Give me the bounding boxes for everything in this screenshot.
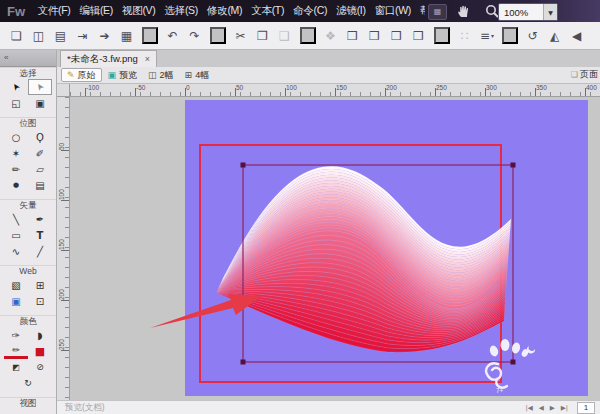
blur-tool[interactable]: ● [4,177,28,193]
prev-page-button[interactable]: ◀ [536,404,547,412]
rotate-button[interactable]: ↺ [522,25,544,46]
pointer-tool[interactable]: ➤ [4,79,28,95]
default-colors-button[interactable]: ◩ [4,359,28,375]
brush-tool[interactable]: ✐ [28,145,52,161]
cut-button[interactable]: ✂ [230,25,252,46]
close-icon[interactable]: × [145,54,150,64]
hand-tool-icon[interactable] [455,3,473,19]
toolbar-icon: ✂ [235,29,245,43]
freeform-tool[interactable]: ∿ [4,243,28,259]
menu-item[interactable]: 修改(M) [202,1,246,21]
crop-tool[interactable]: ▣ [28,95,52,111]
no-color-button[interactable]: ⊘ [28,359,52,375]
view-4up-button[interactable]: ⊞ 4幅 [180,68,215,82]
pencil-tool[interactable]: ✏ [4,161,28,177]
redo-button[interactable]: ↷ [184,25,206,46]
print-button[interactable]: ▦ [116,25,138,46]
document-tab-title: *未命名-3.fw.png [67,53,138,66]
view-original-button[interactable]: ✎ 原始 [61,68,102,82]
tool-icon: ▧ [11,280,20,291]
toolbar-icon: ❏ [11,29,22,43]
show-slices-button[interactable]: ⊡ [28,293,52,309]
bring-to-front-button[interactable]: ❒ [386,25,408,46]
toolbar-separator[interactable] [300,27,316,44]
paint-bucket-tool[interactable]: ◗ [28,327,52,343]
document-tab[interactable]: *未命名-3.fw.png × [60,50,157,67]
import-button[interactable]: ⇥ [72,25,94,46]
ungroup-button[interactable]: ❒ [364,25,386,46]
pen-tool[interactable]: ✒ [28,211,52,227]
flip-vertical-button[interactable]: ◀ [566,25,588,46]
rubber-stamp-tool[interactable]: ▤ [28,177,52,193]
crop-document-button[interactable]: ❖ [320,25,342,46]
toolbar-icon: ▤ [55,29,66,43]
swap-colors-button[interactable]: ↻ [16,375,40,391]
send-to-back-button[interactable]: ❒ [408,25,430,46]
flip-horizontal-button[interactable]: ◭ [544,25,566,46]
paste-button[interactable]: ❑ [274,25,296,46]
eraser-tool[interactable]: ▱ [28,161,52,177]
workspace: 7+ [70,97,600,400]
zoom-level-select[interactable]: 100% ▼ [498,3,558,21]
view-preview-button[interactable]: ▣ 预览 [103,68,143,82]
view-2up-button[interactable]: ◫ 2幅 [143,68,179,82]
copy-button[interactable]: ❐ [252,25,274,46]
ruler-tick [585,88,586,96]
hide-slices-button[interactable]: ▣ [4,293,28,309]
next-page-button[interactable]: ▶ [547,404,558,412]
tools-panel-header[interactable]: « [0,50,56,67]
magic-wand-tool[interactable]: ✶ [4,145,28,161]
rectangle-tool[interactable]: ▭ [4,227,28,243]
wave-mesh-object[interactable] [217,166,511,352]
canvas-artwork[interactable]: 7+ [70,97,600,400]
group-button[interactable]: ❒ [342,25,364,46]
pages-panel-label: 页面 [580,68,598,81]
chevron-down-icon[interactable]: ▼ [543,4,557,20]
menu-item[interactable]: 编辑(E) [75,1,118,21]
ruler-tick [61,350,69,351]
toolbar-separator[interactable] [210,27,226,44]
lasso-tool[interactable]: Ϙ [28,129,52,145]
menu-item[interactable]: 选择(S) [160,1,203,21]
menu-item[interactable]: 视图(V) [117,1,160,21]
knife-tool[interactable]: ╱ [28,243,52,259]
subselection-tool[interactable]: ➤ [28,79,52,95]
menu-item[interactable]: 窗口(W) [370,1,415,21]
export-button[interactable]: ➔ [94,25,116,46]
ruler-label: 150 [58,239,65,250]
slice-tool[interactable]: ⊞ [28,277,52,293]
toolbar-icon: ➔ [99,29,109,43]
stroke-color-well[interactable]: ✏ [4,343,28,359]
save-button[interactable]: ◫ [28,25,50,46]
eyedropper-tool[interactable]: ✑ [4,327,28,343]
line-tool[interactable]: ╲ [4,211,28,227]
first-page-button[interactable]: |◀ [523,404,536,412]
toolbar-separator[interactable] [502,27,518,44]
view-mode-icon: ⊞ [185,70,193,80]
menu-item[interactable]: 帮助(H) [416,1,426,21]
pages-panel-tab[interactable]: ❏ 页面 [571,68,598,81]
tool-section: 位图 ○ Ϙ ✶ ✐ ✏ [0,117,56,193]
toolbar-separator[interactable] [142,27,158,44]
menu-item[interactable]: 滤镜(I) [332,1,370,21]
open-button[interactable]: ▤ [50,25,72,46]
screen-mode-icon[interactable]: ▦ [428,4,447,20]
fill-color-well[interactable]: ■ [28,343,52,359]
align-button[interactable]: ≡ ▾ [476,25,498,46]
hotspot-tool[interactable]: ▧ [4,277,28,293]
last-page-button[interactable]: ▶| [558,404,571,412]
marquee-tool[interactable]: ○ [4,129,28,145]
ruler-tick [285,88,286,96]
ruler-tick [485,88,486,96]
menu-item[interactable]: 文本(T) [247,1,289,21]
text-tool[interactable]: T [28,227,52,243]
scale-tool[interactable]: ◱ [4,95,28,111]
menu-list: 文件(F)编辑(E)视图(V)选择(S)修改(M)文本(T)命令(C)滤镜(I)… [33,1,425,21]
new-button[interactable]: ❏ [6,25,28,46]
distribute-button[interactable]: ∷ [454,25,476,46]
tool-section-label: Web [0,265,56,277]
toolbar-separator[interactable] [434,27,450,44]
menu-item[interactable]: 文件(F) [33,1,75,21]
undo-button[interactable]: ↶ [162,25,184,46]
menu-item[interactable]: 命令(C) [289,1,332,21]
